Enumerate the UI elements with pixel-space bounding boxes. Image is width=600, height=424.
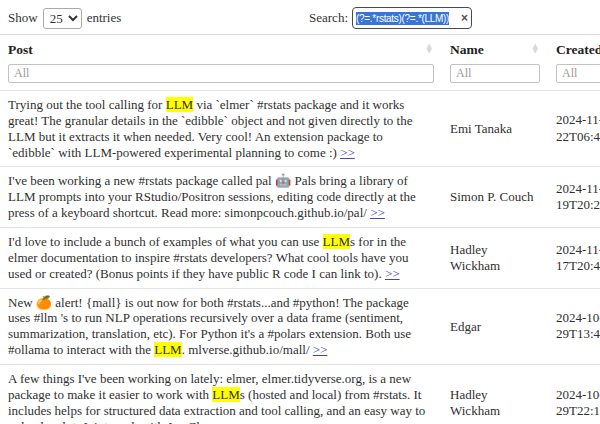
post-text: New 🍊 alert! {mall} is out now for both … xyxy=(0,288,442,364)
filter-row xyxy=(0,64,600,91)
search-input[interactable]: (?=.*rstats)(?=.*(LLM)) × xyxy=(352,7,472,29)
filter-input-post[interactable] xyxy=(8,64,434,83)
search-control: Search: (?=.*rstats)(?=.*(LLM)) × xyxy=(309,7,472,29)
created-at: 2024-10-29T22:13:2 xyxy=(548,365,600,424)
table-row: A few things I've been working on lately… xyxy=(0,365,600,424)
column-header-name[interactable]: Name xyxy=(442,35,548,65)
clear-search-icon[interactable]: × xyxy=(461,12,468,24)
expand-post-link[interactable]: >> xyxy=(340,145,355,160)
table-row: New 🍊 alert! {mall} is out now for both … xyxy=(0,288,600,364)
table-row: Trying out the tool calling for LLM via … xyxy=(0,91,600,167)
created-at: 2024-11-17T20:42:2 xyxy=(548,228,600,289)
table-row: I'd love to include a bunch of examples … xyxy=(0,228,600,289)
filter-input-name[interactable] xyxy=(450,64,540,83)
posts-table: Post Name CreatedAt xyxy=(0,34,600,424)
search-highlight: LLM xyxy=(166,97,193,112)
table-wrapper: Post Name CreatedAt xyxy=(0,34,600,424)
search-input-selected-text: (?=.*rstats)(?=.*(LLM)) xyxy=(356,12,449,25)
datatable-page: Show 25 entries Search: (?=.*rstats)(?=.… xyxy=(0,0,600,424)
sort-icon[interactable] xyxy=(533,44,538,56)
author-name: Simon P. Couch xyxy=(442,167,548,228)
filter-input-createdat[interactable] xyxy=(556,64,600,83)
search-highlight: LLM xyxy=(323,234,350,249)
created-at: 2024-11-19T20:20:2 xyxy=(548,167,600,228)
header-row: Post Name CreatedAt xyxy=(0,35,600,65)
author-name: Emi Tanaka xyxy=(442,91,548,167)
author-name: Hadley Wickham xyxy=(442,365,548,424)
entries-label: entries xyxy=(87,10,122,26)
post-text: A few things I've been working on lately… xyxy=(0,365,442,424)
expand-post-link[interactable]: >> xyxy=(370,205,385,220)
table-controls: Show 25 entries Search: (?=.*rstats)(?=.… xyxy=(0,0,600,34)
search-highlight: LLM xyxy=(154,342,181,357)
author-name: Edgar xyxy=(442,288,548,364)
table-row: I've been working a new #rstats package … xyxy=(0,167,600,228)
created-at: 2024-10-29T13:40:2 xyxy=(548,288,600,364)
search-highlight: LLM xyxy=(212,387,239,402)
expand-post-link[interactable]: >> xyxy=(228,419,243,424)
page-length-control: Show 25 entries xyxy=(8,8,121,29)
post-text: I've been working a new #rstats package … xyxy=(0,167,442,228)
search-label: Search: xyxy=(309,10,348,26)
expand-post-link[interactable]: >> xyxy=(385,266,400,281)
column-header-createdat[interactable]: CreatedAt xyxy=(548,35,600,65)
post-text: I'd love to include a bunch of examples … xyxy=(0,228,442,289)
table-body: Trying out the tool calling for LLM via … xyxy=(0,91,600,424)
author-name: Hadley Wickham xyxy=(442,228,548,289)
column-header-post[interactable]: Post xyxy=(0,35,442,65)
expand-post-link[interactable]: >> xyxy=(313,342,328,357)
entries-select[interactable]: 25 xyxy=(43,8,82,29)
show-label: Show xyxy=(8,10,38,26)
post-text: Trying out the tool calling for LLM via … xyxy=(0,91,442,167)
created-at: 2024-11-22T06:41:2 xyxy=(548,91,600,167)
sort-icon[interactable] xyxy=(427,44,432,56)
